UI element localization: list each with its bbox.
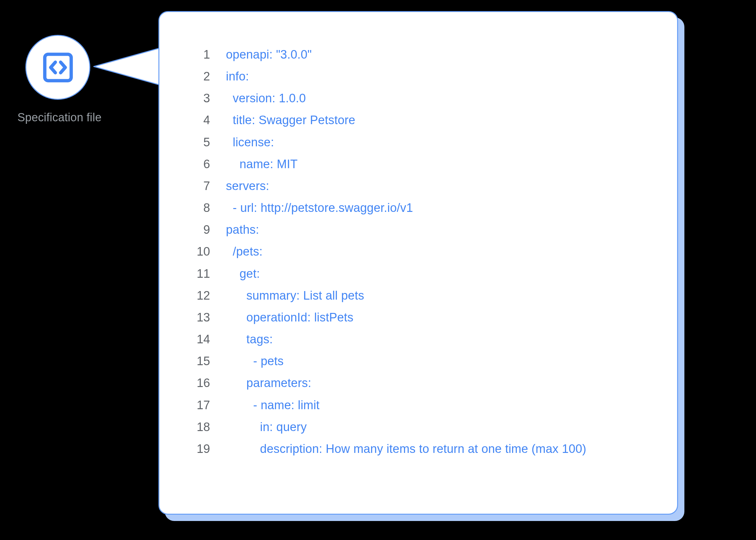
line-content: title: Swagger Petstore [226,109,355,131]
line-content: servers: [226,175,269,197]
line-content: - pets [226,350,284,372]
line-number: 6 [185,153,210,175]
line-number: 19 [185,438,210,460]
code-line: 8 - url: http://petstore.swagger.io/v1 [185,197,646,219]
code-line: 18 in: query [185,416,646,438]
code-line: 7servers: [185,175,646,197]
code-content: 1openapi: "3.0.0"2info:3 version: 1.0.04… [185,44,646,460]
code-line: 9paths: [185,219,646,241]
line-content: get: [226,263,260,285]
code-file-icon [42,52,74,83]
line-number: 17 [185,394,210,416]
line-number: 10 [185,241,210,263]
svg-rect-0 [45,54,71,80]
line-number: 5 [185,131,210,153]
code-line: 2info: [185,66,646,87]
line-content: version: 1.0.0 [226,87,306,109]
code-line: 3 version: 1.0.0 [185,87,646,109]
code-line: 5 license: [185,131,646,153]
line-content: description: How many items to return at… [226,438,586,460]
code-line: 4 title: Swagger Petstore [185,109,646,131]
line-number: 7 [185,175,210,197]
line-number: 8 [185,197,210,219]
line-content: parameters: [226,372,311,394]
line-number: 13 [185,307,210,329]
line-content: operationId: listPets [226,307,354,329]
spec-file-label: Specification file [17,111,102,124]
line-content: /pets: [226,241,263,263]
line-number: 18 [185,416,210,438]
code-line: 11 get: [185,263,646,285]
code-line: 16 parameters: [185,372,646,394]
line-content: in: query [226,416,307,438]
code-line: 12 summary: List all pets [185,285,646,307]
line-number: 1 [185,44,210,66]
line-number: 9 [185,219,210,241]
code-line: 15 - pets [185,350,646,372]
code-panel: 1openapi: "3.0.0"2info:3 version: 1.0.04… [158,11,678,515]
line-content: paths: [226,219,259,241]
code-line: 14 tags: [185,329,646,350]
line-content: name: MIT [226,153,298,175]
line-number: 4 [185,109,210,131]
line-content: license: [226,131,274,153]
line-content: info: [226,66,249,87]
code-line: 19 description: How many items to return… [185,438,646,460]
code-line: 17 - name: limit [185,394,646,416]
line-number: 15 [185,350,210,372]
code-line: 6 name: MIT [185,153,646,175]
line-content: - url: http://petstore.swagger.io/v1 [226,197,413,219]
spec-file-icon-circle [25,35,90,100]
line-content: tags: [226,329,273,350]
line-content: openapi: "3.0.0" [226,44,312,66]
line-number: 3 [185,87,210,109]
code-line: 10 /pets: [185,241,646,263]
code-line: 1openapi: "3.0.0" [185,44,646,66]
line-content: - name: limit [226,394,320,416]
line-number: 16 [185,372,210,394]
line-number: 12 [185,285,210,307]
line-number: 14 [185,329,210,350]
diagram-container: Specification file 1openapi: "3.0.0"2inf… [0,0,756,540]
line-number: 2 [185,66,210,87]
code-line: 13 operationId: listPets [185,307,646,329]
line-content: summary: List all pets [226,285,364,307]
line-number: 11 [185,263,210,285]
